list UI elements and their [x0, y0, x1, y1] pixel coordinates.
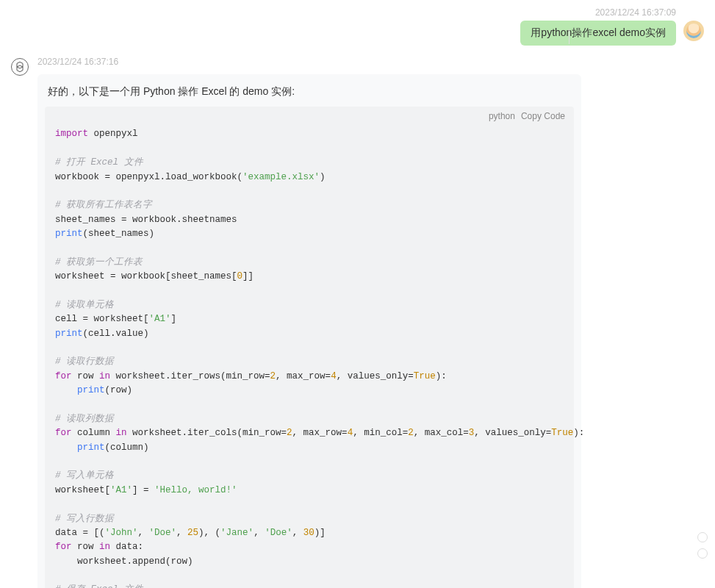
user-message-bubble: 用python操作excel demo实例 [520, 21, 676, 46]
user-message-row: 2023/12/24 16:37:09 用python操作excel demo实… [11, 7, 704, 46]
openai-icon [14, 61, 26, 73]
scroll-icon[interactable] [697, 548, 708, 559]
code-content-main[interactable]: import openpyxl # 打开 Excel 文件 workbook =… [45, 121, 574, 588]
divider-line [569, 29, 570, 44]
side-indicators [697, 532, 708, 559]
code-language-label: python [489, 111, 515, 121]
assistant-message-row: 2023/12/24 16:37:16 好的，以下是一个用 Python 操作 … [11, 57, 704, 588]
chat-container: 2023/12/24 16:37:09 用python操作excel demo实… [0, 0, 715, 588]
user-avatar[interactable] [683, 21, 704, 41]
refresh-icon[interactable] [697, 532, 708, 542]
assistant-timestamp: 2023/12/24 16:37:16 [37, 57, 581, 67]
intro-text: 好的，以下是一个用 Python 操作 Excel 的 demo 实例: [48, 83, 571, 99]
code-header: python Copy Code [45, 107, 574, 121]
response-body: 好的，以下是一个用 Python 操作 Excel 的 demo 实例: pyt… [37, 74, 581, 588]
user-message-block: 2023/12/24 16:37:09 用python操作excel demo实… [520, 7, 676, 46]
copy-code-button[interactable]: Copy Code [521, 111, 565, 121]
avatar-image [686, 24, 701, 38]
assistant-avatar[interactable] [11, 58, 29, 76]
assistant-content: 2023/12/24 16:37:16 好的，以下是一个用 Python 操作 … [37, 57, 581, 588]
user-timestamp: 2023/12/24 16:37:09 [595, 7, 676, 18]
code-block-main: python Copy Code import openpyxl # 打开 Ex… [45, 107, 574, 588]
